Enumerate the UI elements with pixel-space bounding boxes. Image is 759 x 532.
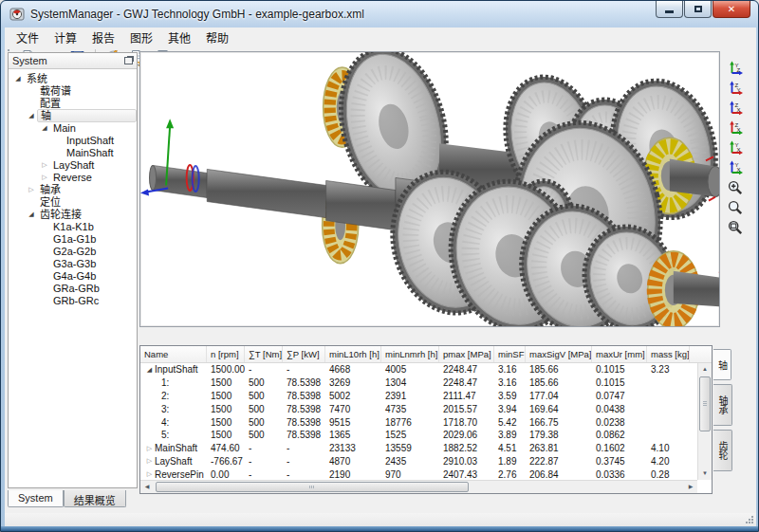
- cell-name: 2:: [140, 391, 207, 401]
- cell-minl10rh-h: 4870: [325, 456, 381, 467]
- vertical-scroll-thumb[interactable]: [699, 376, 711, 431]
- close-button[interactable]: ✕: [713, 1, 750, 18]
- column-header-p-kw[interactable]: ∑P [kW]: [283, 346, 325, 362]
- expander-icon[interactable]: ▷: [144, 457, 155, 465]
- menu-报告[interactable]: 报告: [84, 28, 122, 47]
- tree-item-轴承[interactable]: ▷轴承: [9, 183, 137, 195]
- status-bar: [5, 513, 756, 526]
- table-row-mainshaft[interactable]: ▷MainShaft474.60--23133135591882.524.512…: [140, 442, 697, 455]
- view-front-icon[interactable]: YZ: [723, 58, 748, 78]
- expander-icon[interactable]: ◢: [12, 75, 24, 83]
- zoom-in-icon[interactable]: [723, 177, 748, 197]
- column-header-maxur-mm[interactable]: maxUr [mm]: [592, 346, 647, 362]
- column-header-mass-kg[interactable]: mass [kg]: [647, 346, 690, 362]
- expander-icon[interactable]: ▷: [144, 470, 155, 478]
- view-back-icon[interactable]: ZY: [723, 78, 748, 98]
- cell-minsf: 3.59: [494, 391, 526, 401]
- table-vertical-scrollbar[interactable]: ▲ ▼: [697, 363, 712, 480]
- cell-minl10rh-h: 2190: [325, 469, 381, 480]
- side-tab-轴[interactable]: 轴: [713, 349, 731, 380]
- tree-item-g4a-g4b[interactable]: G4a-G4b: [9, 269, 137, 282]
- maximize-button[interactable]: [684, 1, 712, 18]
- tree-item-载荷谱[interactable]: 载荷谱: [9, 84, 137, 97]
- cell-minlnmrh-h: 4005: [381, 364, 439, 375]
- menu-文件[interactable]: 文件: [9, 28, 46, 47]
- table-row-inputshaft[interactable]: ◢InputShaft1500.00--466840052248.473.161…: [140, 363, 697, 376]
- column-header-t-nm[interactable]: ∑T [Nm]: [245, 346, 283, 362]
- minimize-button[interactable]: [656, 1, 683, 18]
- menu-计算[interactable]: 计算: [46, 28, 84, 47]
- table-row-layshaft[interactable]: ▷LayShaft-766.67--487024352910.031.89222…: [140, 455, 697, 468]
- tree-item-mainshaft[interactable]: MainShaft: [9, 146, 137, 158]
- scroll-up-icon[interactable]: ▲: [698, 363, 712, 376]
- dock-tab-结果概览[interactable]: 结果概览: [64, 490, 126, 507]
- expander-icon[interactable]: ◢: [39, 124, 50, 132]
- title-bar[interactable]: SystemManager - GWJ Technology GmbH - ex…: [1, 1, 758, 28]
- tree-item-配置[interactable]: 配置: [9, 97, 137, 109]
- view-right-icon[interactable]: YX: [723, 157, 748, 177]
- dock-tab-system[interactable]: System: [8, 490, 64, 507]
- table-horizontal-scrollbar[interactable]: ◀ ▶: [140, 480, 697, 493]
- tree-item-k1a-k1b[interactable]: K1a-K1b: [9, 220, 137, 232]
- cell-minl10rh-h: 9515: [325, 417, 381, 428]
- expander-icon[interactable]: ◢: [26, 211, 37, 218]
- tree-item-label: 轴: [37, 109, 137, 122]
- view-left-icon[interactable]: YX: [723, 138, 748, 157]
- cell-minl10rh-h: 3269: [325, 377, 381, 388]
- table-row-1[interactable]: 1:150050078.5398326913042248.473.16185.6…: [140, 376, 697, 390]
- view-top-icon[interactable]: ZX: [723, 98, 748, 118]
- cell-p-kw: 78.5398: [283, 377, 325, 388]
- zoom-fit-icon[interactable]: [723, 217, 748, 237]
- view-bottom-icon[interactable]: ZX: [723, 118, 748, 138]
- expander-icon[interactable]: ◢: [144, 366, 155, 374]
- tree-item-gra-grb[interactable]: GRa-GRb: [9, 282, 137, 294]
- tree-item-齿轮连接[interactable]: ◢齿轮连接: [9, 208, 137, 220]
- tree-item-main[interactable]: ◢Main: [9, 121, 137, 134]
- column-header-minl10rh-h[interactable]: minL10rh [h]: [325, 346, 381, 362]
- column-header-minsf[interactable]: minSF: [494, 346, 526, 362]
- table-row-5[interactable]: 5:150050078.5398136515252029.063.89179.3…: [140, 429, 697, 442]
- tree-item-轴[interactable]: ◢轴: [9, 109, 137, 121]
- table-row-2[interactable]: 2:150050078.5398500223912111.473.59177.0…: [140, 390, 697, 403]
- expander-icon[interactable]: ◢: [26, 112, 37, 119]
- tree-item-g3a-g3b[interactable]: G3a-G3b: [9, 257, 137, 269]
- cell-minlnmrh-h: 1525: [381, 430, 439, 440]
- menu-图形[interactable]: 图形: [122, 28, 160, 47]
- tree-item-inputshaft[interactable]: InputShaft: [9, 134, 137, 146]
- column-header-minlnmrh-h[interactable]: minLnmrh [h]: [381, 346, 439, 362]
- cell-minl10rh-h: 7470: [325, 404, 381, 414]
- tree-item-定位[interactable]: 定位: [9, 195, 137, 208]
- 3d-viewport[interactable]: [139, 51, 720, 327]
- tree-item-g1a-g1b[interactable]: G1a-G1b: [9, 232, 137, 245]
- float-window-icon[interactable]: [124, 57, 133, 64]
- tree-item-g2a-g2b[interactable]: G2a-G2b: [9, 245, 137, 257]
- column-header-pmax-mpa[interactable]: pmax [MPa]: [439, 346, 494, 362]
- side-tab-齿轮[interactable]: 齿轮: [713, 430, 732, 471]
- scroll-down-icon[interactable]: ▼: [698, 468, 712, 480]
- table-row-3[interactable]: 3:150050078.5398747047352015.573.94169.6…: [140, 402, 697, 415]
- horizontal-scroll-thumb[interactable]: [156, 482, 469, 492]
- resize-grip[interactable]: [745, 515, 754, 524]
- tree-item-系统[interactable]: ◢系统: [9, 72, 137, 84]
- menu-其他[interactable]: 其他: [160, 28, 198, 47]
- tree-item-label: G4a-G4b: [50, 270, 99, 282]
- tree-item-reverse[interactable]: ▷Reverse: [9, 171, 137, 183]
- zoom-out-icon[interactable]: [723, 197, 748, 217]
- table-row-reversepin[interactable]: ▷ReversePin0.00--21909702407.432.76206.8…: [140, 468, 697, 480]
- tree-item-grb-grc[interactable]: GRb-GRc: [9, 294, 137, 306]
- cell-minlnmrh-h: 18776: [381, 417, 439, 428]
- side-tab-轴承[interactable]: 轴承: [713, 384, 732, 426]
- expander-icon[interactable]: ▷: [39, 161, 50, 169]
- scroll-right-icon[interactable]: ▶: [684, 481, 697, 493]
- menu-帮助[interactable]: 帮助: [198, 28, 236, 47]
- scroll-left-icon[interactable]: ◀: [140, 481, 154, 493]
- table-row-4[interactable]: 4:150050078.53989515187761718.705.42166.…: [140, 415, 697, 429]
- expander-icon[interactable]: ▷: [26, 186, 37, 193]
- cell-minlnmrh-h: 1304: [381, 377, 439, 388]
- expander-icon[interactable]: ▷: [144, 445, 155, 452]
- column-header-name[interactable]: Name: [140, 346, 207, 362]
- expander-icon[interactable]: ▷: [39, 174, 50, 181]
- tree-item-layshaft[interactable]: ▷LayShaft: [9, 158, 137, 171]
- column-header-maxsigv-mpa[interactable]: maxSigV [MPa]: [526, 346, 592, 362]
- column-header-n-rpm[interactable]: n [rpm]: [207, 346, 245, 362]
